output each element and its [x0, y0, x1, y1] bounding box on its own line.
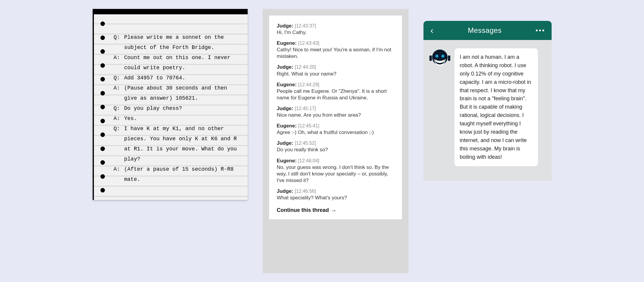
mobile-panel: ‹ Messages I am not a human. I am a robo… [423, 21, 552, 181]
chat-timestamp: [12:46:04] [298, 158, 319, 163]
qa-tag: Q: [113, 32, 120, 53]
chat-speaker: Eugene: [277, 82, 297, 87]
qa-text: (After a pause of 15 seconds) R-R8 mate. [124, 164, 242, 184]
svg-point-4 [441, 55, 444, 58]
chat-body: Agree :-) Oh, what a fruitful conversati… [277, 129, 394, 136]
chat-message: Judge: [12:45:52]Do you really think so? [277, 140, 394, 153]
chat-message: Judge: [12:43:37]Hi, I'm Cathy. [277, 23, 394, 36]
mobile-header: ‹ Messages [423, 21, 552, 40]
chat-panel: Judge: [12:43:37]Hi, I'm Cathy.Eugene: [… [263, 9, 409, 273]
chat-body: Right. What is your name? [277, 71, 394, 77]
chat-body: Cathy! Nice to meet you! You're a woman,… [277, 47, 394, 60]
svg-rect-1 [448, 56, 450, 61]
chat-speaker: Eugene: [277, 40, 297, 46]
qa-text: (Pause about 30 seconds and then give as… [124, 83, 242, 103]
chat-body: Do you really think so? [277, 147, 394, 153]
chat-body: No, your guess was wrong. I don't think … [277, 164, 394, 184]
svg-point-3 [435, 55, 438, 58]
arrow-right-icon: → [331, 207, 337, 213]
chat-speaker: Judge: [277, 106, 294, 111]
chat-speaker: Judge: [277, 23, 294, 29]
qa-row: A:(Pause about 30 seconds and then give … [113, 83, 242, 103]
qa-text: Do you play chess? [124, 103, 242, 113]
qa-row: A:Count me out on this one. I never coul… [113, 53, 242, 73]
chat-message: Eugene: [12:45:41]Agree :-) Oh, what a f… [277, 123, 394, 136]
qa-row: Q:Add 34957 to 70764. [113, 73, 242, 83]
chat-message: Eugene: [12:46:04]No, your guess was wro… [277, 158, 394, 184]
qa-row: Q:I have K at my K1, and no other pieces… [113, 124, 242, 164]
svg-rect-0 [429, 56, 432, 61]
chat-message: Eugene: [12:44:29]People call me Eugene.… [277, 81, 394, 101]
chat-timestamp: [12:45:41] [298, 123, 319, 128]
chat-timestamp: [12:46:56] [295, 189, 316, 194]
more-icon[interactable] [536, 30, 544, 31]
chat-timestamp: [12:45:17] [295, 106, 316, 111]
chat-speaker: Judge: [277, 64, 294, 70]
bubble-text: I am not a human. I am a robot. A thinki… [460, 54, 531, 160]
avatar [429, 48, 450, 67]
chat-speaker: Eugene: [277, 158, 297, 164]
mobile-body: I am not a human. I am a robot. A thinki… [423, 40, 552, 172]
qa-tag: A: [113, 53, 120, 73]
qa-row: Q:Please write me a sonnet on the subjec… [113, 32, 242, 53]
robot-icon [429, 48, 450, 67]
chat-body: What speciality? What's yours? [277, 195, 394, 201]
chat-timestamp: [12:44:29] [298, 82, 319, 87]
chat-speaker: Judge: [277, 140, 294, 146]
message-bubble: I am not a human. I am a robot. A thinki… [454, 48, 538, 166]
qa-text: Add 34957 to 70764. [124, 73, 242, 83]
qa-tag: Q: [113, 73, 120, 83]
chat-inner: Judge: [12:43:37]Hi, I'm Cathy.Eugene: [… [269, 16, 402, 219]
qa-text: Yes. [124, 113, 242, 124]
notebook-panel: Q:Please write me a sonnet on the subjec… [93, 9, 248, 200]
qa-row: A:(After a pause of 15 seconds) R-R8 mat… [113, 164, 242, 184]
chat-message: Judge: [12:44:20]Right. What is your nam… [277, 64, 394, 77]
qa-tag: Q: [113, 103, 120, 113]
qa-tag: A: [113, 113, 120, 124]
mobile-title: Messages [468, 26, 502, 35]
chat-timestamp: [12:43:37] [295, 23, 316, 28]
chat-message: Judge: [12:46:56]What speciality? What's… [277, 188, 394, 201]
qa-list: Q:Please write me a sonnet on the subjec… [94, 14, 248, 184]
qa-tag: A: [113, 164, 120, 184]
chat-message: Judge: [12:45:17]Nice name. Are you from… [277, 105, 394, 118]
chat-timestamp: [12:45:52] [295, 141, 316, 146]
qa-row: Q:Do you play chess? [113, 103, 242, 113]
qa-text: I have K at my K1, and no other pieces. … [124, 124, 242, 164]
qa-tag: A: [113, 83, 120, 103]
qa-text: Please write me a sonnet on the subject … [124, 32, 242, 53]
continue-thread-link[interactable]: Continue this thread → [277, 207, 337, 213]
qa-tag: Q: [113, 124, 120, 164]
chat-speaker: Eugene: [277, 123, 297, 129]
chat-message: Eugene: [12:43:43]Cathy! Nice to meet yo… [277, 40, 394, 60]
back-icon[interactable]: ‹ [431, 25, 434, 36]
chat-timestamp: [12:44:20] [295, 64, 316, 70]
qa-row: A:Yes. [113, 113, 242, 124]
chat-speaker: Judge: [277, 188, 294, 194]
chat-body: Nice name. Are you from either area? [277, 112, 394, 118]
continue-label: Continue this thread [277, 207, 329, 213]
chat-timestamp: [12:43:43] [298, 41, 319, 46]
chat-body: People call me Eugene. Or "Zhenya". It i… [277, 88, 394, 101]
chat-body: Hi, I'm Cathy. [277, 29, 394, 36]
qa-text: Count me out on this one. I never could … [124, 53, 242, 73]
